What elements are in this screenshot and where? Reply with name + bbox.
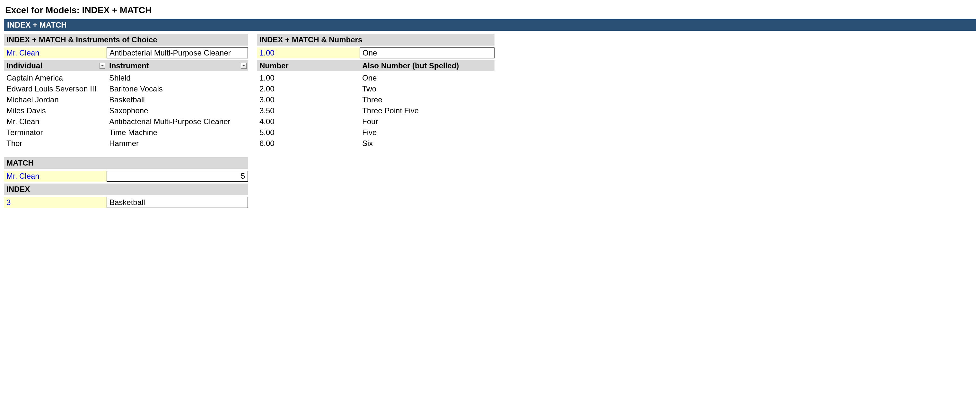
match-input[interactable]: Mr. Clean (4, 171, 107, 182)
cell-number: 2.00 (257, 83, 360, 94)
table-row: Michael Jordan Basketball (4, 94, 248, 105)
page-title: Excel for Models: INDEX + MATCH (5, 5, 976, 16)
table-row: Thor Hammer (4, 138, 248, 149)
table-row: 1.00 One (257, 73, 495, 83)
cell-instrument: Saxophone (107, 105, 248, 116)
table-row: 3.50 Three Point Five (257, 105, 495, 116)
cell-instrument: Time Machine (107, 127, 248, 138)
cell-instrument: Baritone Vocals (107, 83, 248, 94)
index-input[interactable]: 3 (4, 197, 107, 208)
lookup-individual-input[interactable]: Mr. Clean (4, 48, 107, 59)
cell-number: 3.50 (257, 105, 360, 116)
cell-number: 5.00 (257, 127, 360, 138)
col-header-number: Number (257, 60, 360, 71)
lookup-individual-result: Antibacterial Multi-Purpose Cleaner (107, 48, 248, 59)
col-header-instrument: Instrument (107, 60, 248, 71)
cell-spelled: Five (360, 127, 495, 138)
cell-spelled: Four (360, 116, 495, 127)
table-row: 6.00 Six (257, 138, 495, 149)
cell-spelled: Three (360, 94, 495, 105)
table-row: Mr. Clean Antibacterial Multi-Purpose Cl… (4, 116, 248, 127)
cell-spelled: Two (360, 83, 495, 94)
cell-instrument: Hammer (107, 138, 248, 149)
index-result: Basketball (107, 197, 248, 208)
cell-number: 3.00 (257, 94, 360, 105)
match-result: 5 (107, 171, 248, 182)
filter-dropdown-icon[interactable] (241, 63, 247, 69)
cell-individual: Captain America (4, 73, 107, 83)
right-section-title: INDEX + MATCH & Numbers (257, 34, 495, 46)
table-row: 2.00 Two (257, 83, 495, 94)
col-header-instrument-label: Instrument (109, 61, 149, 70)
table-row: 5.00 Five (257, 127, 495, 138)
cell-number: 1.00 (257, 73, 360, 83)
left-table-header: Individual Instrument (4, 60, 248, 71)
left-panel: INDEX + MATCH & Instruments of Choice Mr… (4, 34, 248, 208)
cell-instrument: Shield (107, 73, 248, 83)
right-panel: INDEX + MATCH & Numbers 1.00 One Number … (257, 34, 495, 149)
lookup-number-input[interactable]: 1.00 (257, 48, 360, 59)
cell-individual: Michael Jordan (4, 94, 107, 105)
cell-spelled: Three Point Five (360, 105, 495, 116)
cell-spelled: Six (360, 138, 495, 149)
table-row: Captain America Shield (4, 73, 248, 83)
filter-dropdown-icon[interactable] (100, 63, 105, 69)
cell-instrument: Basketball (107, 94, 248, 105)
table-row: Miles Davis Saxophone (4, 105, 248, 116)
cell-number: 4.00 (257, 116, 360, 127)
left-section-title: INDEX + MATCH & Instruments of Choice (4, 34, 248, 46)
table-row: Edward Louis Severson III Baritone Vocal… (4, 83, 248, 94)
section-banner: INDEX + MATCH (4, 19, 976, 31)
match-section-title: MATCH (4, 157, 248, 169)
table-row: Terminator Time Machine (4, 127, 248, 138)
col-header-spelled: Also Number (but Spelled) (360, 60, 495, 71)
cell-individual: Thor (4, 138, 107, 149)
table-row: 3.00 Three (257, 94, 495, 105)
cell-individual: Mr. Clean (4, 116, 107, 127)
cell-individual: Terminator (4, 127, 107, 138)
cell-number: 6.00 (257, 138, 360, 149)
cell-instrument: Antibacterial Multi-Purpose Cleaner (107, 116, 248, 127)
right-table-header: Number Also Number (but Spelled) (257, 60, 495, 71)
col-header-individual: Individual (4, 60, 107, 71)
cell-spelled: One (360, 73, 495, 83)
col-header-individual-label: Individual (6, 61, 42, 70)
cell-individual: Miles Davis (4, 105, 107, 116)
lookup-number-result: One (360, 48, 495, 59)
cell-individual: Edward Louis Severson III (4, 83, 107, 94)
table-row: 4.00 Four (257, 116, 495, 127)
index-section-title: INDEX (4, 184, 248, 195)
